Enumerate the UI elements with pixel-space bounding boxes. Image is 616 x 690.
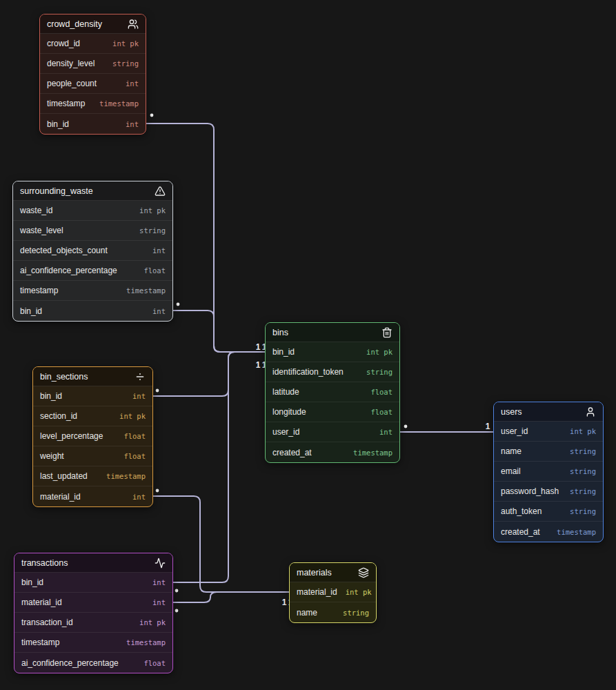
field-row-crowd_density-bin_id[interactable]: bin_idint (40, 114, 146, 134)
field-name: material_id (21, 598, 62, 607)
field-type: timestamp (126, 286, 166, 295)
field-row-surrounding_waste-ai_confidence_percentage[interactable]: ai_confidence_percentagefloat (13, 261, 172, 281)
field-row-bins-user_id[interactable]: user_idint (266, 422, 399, 442)
field-row-transactions-ai_confidence_percentage[interactable]: ai_confidence_percentagefloat (14, 653, 172, 673)
field-row-surrounding_waste-waste_id[interactable]: waste_idint pk (13, 201, 172, 221)
field-row-transactions-material_id[interactable]: material_idint (14, 593, 172, 613)
relationship-bin_sections.material_id-to-materials.material_id[interactable] (153, 496, 289, 592)
field-name: identification_token (272, 367, 344, 377)
field-row-crowd_density-timestamp[interactable]: timestamptimestamp (40, 94, 146, 114)
table-name: bins (272, 328, 288, 337)
many-side-marker-bins.user_id (404, 425, 408, 428)
table-header-transactions[interactable]: transactions (14, 553, 172, 573)
table-bins[interactable]: binsbin_idint pkidentification_tokenstri… (265, 322, 400, 463)
field-row-users-password_hash[interactable]: password_hashstring (494, 482, 603, 502)
field-row-crowd_density-crowd_id[interactable]: crowd_idint pk (40, 34, 146, 54)
field-row-materials-material_id[interactable]: material_idint pk (290, 582, 376, 602)
field-name: material_id (40, 492, 81, 502)
table-header-bins[interactable]: bins (266, 323, 399, 342)
table-users[interactable]: usersuser_idint pknamestringemailstringp… (493, 402, 604, 542)
table-bin_sections[interactable]: bin_sectionsbin_idintsection_idint pklev… (32, 366, 153, 507)
table-name: crowd_density (47, 19, 102, 29)
table-crowd_density[interactable]: crowd_densitycrowd_idint pkdensity_level… (39, 14, 146, 135)
table-header-users[interactable]: users (494, 402, 603, 422)
many-side-marker-surrounding_waste.bin_id (177, 303, 180, 306)
field-type: string (570, 467, 596, 475)
users-icon (128, 19, 139, 30)
relationship-transactions.material_id-to-materials.material_id[interactable] (173, 592, 289, 602)
table-header-crowd_density[interactable]: crowd_density (40, 14, 146, 34)
field-row-surrounding_waste-waste_level[interactable]: waste_levelstring (13, 221, 172, 241)
field-row-bins-longitude[interactable]: longitudefloat (266, 402, 399, 422)
field-name: density_level (47, 59, 95, 68)
field-name: material_id (297, 587, 337, 597)
field-type: string (139, 226, 166, 235)
field-type: int (379, 428, 393, 436)
field-type: int (126, 120, 139, 128)
field-row-bin_sections-section_id[interactable]: section_idint pk (33, 406, 152, 426)
field-type: string (570, 487, 596, 495)
relationship-transactions.bin_id-to-bins.bin_id[interactable] (173, 352, 265, 582)
field-row-materials-name[interactable]: namestring (290, 602, 376, 622)
field-row-bin_sections-weight[interactable]: weightfloat (33, 446, 152, 466)
field-row-bin_sections-last_updated[interactable]: last_updatedtimestamp (33, 466, 152, 486)
field-name: bin_id (40, 391, 62, 401)
field-row-transactions-timestamp[interactable]: timestamptimestamp (14, 633, 172, 653)
field-name: transaction_id (21, 618, 73, 627)
field-type: int (132, 493, 146, 501)
field-row-transactions-transaction_id[interactable]: transaction_idint pk (14, 613, 172, 633)
field-row-bin_sections-level_percentage[interactable]: level_percentagefloat (33, 426, 152, 446)
field-row-crowd_density-people_count[interactable]: people_countint (40, 74, 146, 94)
field-row-bins-bin_id[interactable]: bin_idint pk (266, 342, 399, 362)
field-row-transactions-bin_id[interactable]: bin_idint (14, 573, 172, 593)
field-row-bin_sections-material_id[interactable]: material_idint (33, 486, 152, 506)
field-row-users-auth_token[interactable]: auth_tokenstring (494, 502, 603, 522)
field-row-users-name[interactable]: namestring (494, 442, 603, 462)
field-type: float (123, 432, 146, 440)
field-name: last_updated (40, 471, 88, 481)
field-row-bins-latitude[interactable]: latitudefloat (266, 382, 399, 402)
field-name: timestamp (21, 638, 59, 647)
layers-icon (358, 567, 369, 578)
field-type: timestamp (106, 472, 146, 480)
field-row-surrounding_waste-bin_id[interactable]: bin_idint (13, 301, 172, 321)
field-row-bin_sections-bin_id[interactable]: bin_idint (33, 386, 152, 406)
field-name: latitude (272, 387, 299, 397)
table-surrounding_waste[interactable]: surrounding_wastewaste_idint pkwaste_lev… (12, 181, 173, 322)
many-side-marker-bin_sections.material_id (156, 489, 159, 493)
table-materials[interactable]: materialsmaterial_idint pknamestring (289, 562, 377, 623)
relationship-surrounding_waste.bin_id-to-bins.bin_id[interactable] (173, 310, 265, 352)
table-name: transactions (21, 558, 68, 568)
field-type: int (152, 578, 166, 586)
field-type: string (570, 507, 596, 515)
field-name: user_id (501, 426, 528, 436)
field-type: timestamp (353, 448, 393, 457)
field-name: created_at (501, 527, 540, 537)
table-name: users (501, 407, 522, 417)
field-name: section_id (40, 411, 77, 421)
field-type: int pk (139, 206, 166, 215)
field-row-users-email[interactable]: emailstring (494, 462, 603, 482)
field-row-users-user_id[interactable]: user_idint pk (494, 422, 603, 442)
field-row-users-created_at[interactable]: created_attimestamp (494, 522, 603, 542)
table-name: surrounding_waste (20, 186, 93, 196)
field-row-surrounding_waste-timestamp[interactable]: timestamptimestamp (13, 281, 172, 301)
field-type: string (343, 609, 369, 617)
table-transactions[interactable]: transactionsbin_idintmaterial_idinttrans… (14, 553, 173, 673)
field-row-crowd_density-density_level[interactable]: density_levelstring (40, 54, 146, 74)
many-side-marker-transactions.bin_id (175, 589, 179, 593)
table-header-bin_sections[interactable]: bin_sections (33, 367, 152, 386)
er-diagram-canvas[interactable]: 1111111 crowd_densitycrowd_idint pkdensi… (0, 0, 616, 690)
field-row-bins-identification_token[interactable]: identification_tokenstring (266, 362, 399, 382)
field-type: float (123, 452, 146, 460)
field-row-surrounding_waste-detected_objects_count[interactable]: detected_objects_countint (13, 241, 172, 261)
field-type: float (370, 388, 393, 396)
field-row-bins-created_at[interactable]: created_attimestamp (266, 442, 399, 462)
field-type: timestamp (99, 99, 139, 108)
table-header-materials[interactable]: materials (290, 563, 376, 582)
table-name: bin_sections (40, 372, 88, 382)
activity-icon (155, 558, 166, 569)
field-name: bin_id (47, 119, 69, 129)
table-header-surrounding_waste[interactable]: surrounding_waste (13, 181, 172, 201)
relationship-bin_sections.bin_id-to-bins.bin_id[interactable] (153, 352, 265, 396)
